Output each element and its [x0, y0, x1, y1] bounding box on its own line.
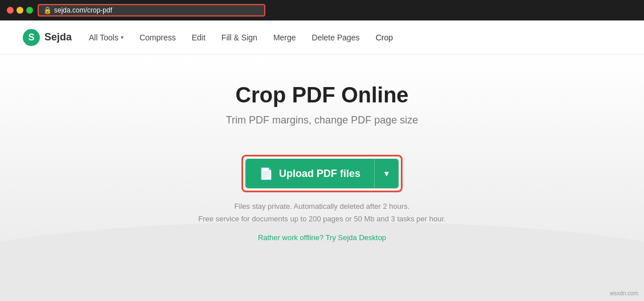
hero-section: Crop PDF Online Trim PDF margins, change… — [0, 55, 644, 301]
browser-dots — [7, 7, 33, 14]
pdf-icon: 📄 — [259, 167, 273, 180]
navbar: S Sejda All Tools ▾ Compress Edit Fill &… — [0, 20, 644, 55]
watermark: wsxdn.com — [610, 290, 638, 296]
upload-pdf-button[interactable]: 📄 Upload PDF files ▼ — [245, 159, 399, 188]
dot-red — [7, 7, 14, 14]
nav-item-all-tools[interactable]: All Tools ▾ — [89, 33, 124, 42]
hero-title: Crop PDF Online — [11, 83, 633, 108]
nav-item-crop[interactable]: Crop — [376, 33, 393, 42]
nav-item-fill-sign[interactable]: Fill & Sign — [221, 33, 257, 42]
address-bar[interactable]: 🔒 sejda.com/crop-pdf — [38, 4, 265, 17]
chevron-down-icon: ▾ — [121, 34, 124, 40]
logo-name: Sejda — [44, 31, 72, 43]
upload-area: 📄 Upload PDF files ▼ Files stay private.… — [11, 155, 633, 242]
nav-list: All Tools ▾ Compress Edit Fill & Sign Me… — [89, 33, 393, 42]
nav-item-merge[interactable]: Merge — [273, 33, 296, 42]
offline-link[interactable]: Rather work offline? Try Sejda Desktop — [258, 233, 386, 242]
privacy-text: Files stay private. Automatically delete… — [198, 200, 445, 225]
dot-green — [26, 7, 33, 14]
logo[interactable]: S Sejda — [23, 29, 72, 46]
hero-subtitle: Trim PDF margins, change PDF page size — [11, 114, 633, 126]
nav-item-edit[interactable]: Edit — [192, 33, 206, 42]
lock-icon: 🔒 — [43, 6, 52, 14]
nav-item-delete-pages[interactable]: Delete Pages — [312, 33, 360, 42]
upload-btn-main[interactable]: 📄 Upload PDF files — [245, 159, 375, 188]
upload-btn-wrapper: 📄 Upload PDF files ▼ — [241, 155, 403, 192]
logo-circle: S — [23, 29, 40, 46]
upload-btn-label: Upload PDF files — [279, 168, 360, 180]
upload-btn-dropdown[interactable]: ▼ — [375, 159, 399, 188]
nav-item-compress[interactable]: Compress — [140, 33, 176, 42]
url-text: sejda.com/crop-pdf — [54, 6, 112, 14]
dot-yellow — [17, 7, 23, 14]
browser-chrome: 🔒 sejda.com/crop-pdf — [0, 0, 644, 20]
